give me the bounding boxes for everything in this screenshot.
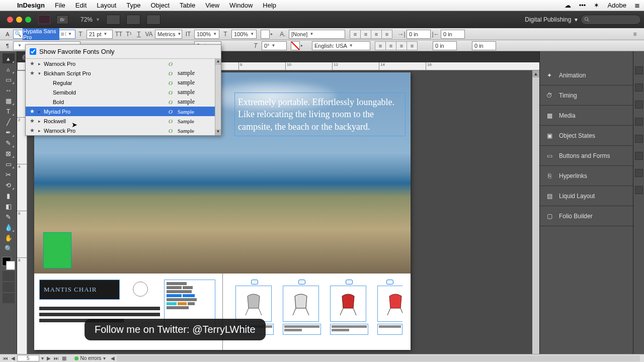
favorite-star-icon[interactable]: ★ bbox=[29, 70, 36, 76]
view-options-2[interactable] bbox=[126, 15, 140, 25]
prev-page-icon[interactable]: ◀ bbox=[10, 355, 16, 361]
dock-icon-2[interactable] bbox=[635, 83, 643, 92]
expand-arrow-icon[interactable]: ▸ bbox=[36, 61, 43, 66]
lastline-indent-input[interactable]: 0 in bbox=[472, 41, 496, 50]
panel-animation[interactable]: ✦Animation bbox=[540, 65, 633, 85]
font-family-dropdown[interactable]: Show Favorite Fonts Only ★▸Warnock ProO★… bbox=[25, 44, 221, 136]
dock-icon-7[interactable] bbox=[635, 169, 643, 177]
align-center-icon[interactable]: ≡ bbox=[360, 30, 371, 39]
note-tool[interactable]: ✎ bbox=[3, 212, 15, 222]
menu-edit[interactable]: Edit bbox=[70, 2, 92, 9]
page-number[interactable]: 5 bbox=[17, 355, 39, 361]
zoom-level[interactable]: 72% bbox=[80, 16, 93, 23]
font-row-bold[interactable]: BoldOsample bbox=[26, 97, 221, 107]
expand-arrow-icon[interactable]: ▾ bbox=[36, 71, 43, 76]
font-family-input[interactable]: 🔍 Hypatia Sans Pro ⊗ ▼ bbox=[13, 30, 75, 39]
align-left-icon[interactable]: ≡ bbox=[350, 30, 361, 39]
bridge-icon[interactable]: Br bbox=[56, 15, 68, 24]
font-size-input[interactable]: 21 pt▼ bbox=[87, 30, 113, 39]
hand-tool[interactable]: ✋ bbox=[3, 233, 15, 243]
next-page-icon[interactable]: ▶ bbox=[46, 355, 52, 361]
panel-folio-builder[interactable]: ▢Folio Builder bbox=[540, 206, 633, 226]
char-format-icon[interactable]: A bbox=[2, 30, 13, 39]
left-indent-input[interactable]: 0 in bbox=[407, 30, 431, 39]
fill-stroke-swatches[interactable] bbox=[2, 257, 15, 270]
panel-buttons-forms[interactable]: ▭Buttons and Forms bbox=[540, 146, 633, 166]
dock-icon-3[interactable] bbox=[635, 101, 643, 109]
gap-tool[interactable]: ↔ bbox=[3, 85, 15, 95]
hscale-input[interactable]: 100%▼ bbox=[231, 30, 257, 39]
mantis-title-frame[interactable]: MANTIS CHAIR bbox=[39, 280, 120, 300]
hero-text-frame[interactable]: Extremely portable. Effortlessly loungab… bbox=[234, 93, 406, 136]
page-tool[interactable]: ▭ bbox=[3, 74, 15, 84]
help-search[interactable] bbox=[581, 15, 641, 25]
menu-window[interactable]: Window bbox=[224, 2, 258, 9]
menu-view[interactable]: View bbox=[200, 2, 224, 9]
view-options-3[interactable] bbox=[146, 15, 160, 25]
preflight-status[interactable]: No errors bbox=[80, 355, 102, 361]
vscale-input[interactable]: 100%▼ bbox=[194, 30, 219, 39]
font-row-warnock-pro[interactable]: ★▸Warnock ProO bbox=[26, 59, 221, 68]
font-row-warnock-pro[interactable]: ★▸Warnock ProOSample bbox=[26, 126, 221, 135]
type-tool[interactable]: T bbox=[3, 106, 15, 116]
green-placeholder[interactable] bbox=[43, 232, 71, 268]
favorite-star-icon[interactable]: ★ bbox=[29, 127, 36, 134]
menubar-cc-icon[interactable]: ☁ bbox=[560, 2, 575, 9]
favorite-star-icon[interactable]: ★ bbox=[29, 118, 36, 124]
font-row-regular[interactable]: RegularOsample bbox=[26, 78, 221, 87]
favorite-star-icon[interactable]: ★ bbox=[29, 60, 36, 67]
align-right-icon[interactable]: ≡ bbox=[371, 30, 382, 39]
kerning-input[interactable]: Metrics▼ bbox=[155, 30, 182, 39]
page-nav[interactable]: ⏮ ◀ 5 ▾ ▶ ⏭ ▦ bbox=[2, 355, 67, 361]
font-dropdown-icon[interactable]: ▼ bbox=[65, 32, 74, 36]
clear-icon[interactable]: ⊗ bbox=[59, 31, 65, 37]
firstline-indent-input[interactable]: 0 in bbox=[433, 41, 457, 50]
screen-mode-icon[interactable] bbox=[3, 293, 15, 303]
panel-timing[interactable]: ⏱Timing bbox=[540, 85, 633, 106]
line-tool[interactable]: ╱ bbox=[3, 117, 15, 127]
font-row-semibold[interactable]: SemiboldOsample bbox=[26, 87, 221, 97]
vertical-scrollbar[interactable]: ▲ bbox=[532, 70, 539, 354]
gradient-tool[interactable]: ▮ bbox=[3, 191, 15, 201]
menubar-list-icon[interactable]: ≣ bbox=[630, 2, 644, 9]
align-buttons-2[interactable]: ≡≡≡≡ bbox=[375, 41, 418, 50]
char-style-select[interactable]: [None]▼ bbox=[289, 30, 345, 39]
menu-type[interactable]: Type bbox=[121, 2, 145, 9]
font-list[interactable]: ★▸Warnock ProO★▾Bickham Script ProOsampl… bbox=[26, 58, 221, 135]
dock-icon-8[interactable] bbox=[635, 186, 643, 194]
thumb-4[interactable] bbox=[377, 280, 403, 335]
expand-arrow-icon[interactable]: ▸ bbox=[36, 128, 43, 133]
allcaps-icon[interactable]: TT bbox=[114, 30, 124, 39]
menubar-more-icon[interactable]: ••• bbox=[575, 2, 590, 9]
menu-object[interactable]: Object bbox=[146, 2, 175, 9]
panel-menu-icon[interactable]: ≡ bbox=[630, 30, 640, 39]
window-controls[interactable] bbox=[3, 17, 35, 23]
menubar-adobe[interactable]: Adobe bbox=[603, 2, 630, 9]
workspace-switcher[interactable]: Digital Publishing ▾ bbox=[525, 16, 578, 23]
dock-icon-6[interactable] bbox=[635, 152, 643, 160]
rectangle-frame-tool[interactable]: ⊠ bbox=[3, 148, 15, 158]
open-doc-icon[interactable]: ▦ bbox=[61, 355, 67, 361]
expand-arrow-icon[interactable]: ▸ bbox=[36, 109, 43, 114]
expand-arrow-icon[interactable]: ▸ bbox=[36, 119, 43, 124]
menu-layout[interactable]: Layout bbox=[92, 2, 121, 9]
thumb-2[interactable] bbox=[283, 280, 321, 335]
content-collector-tool[interactable]: ▦ bbox=[3, 96, 15, 106]
font-list-scrollbar[interactable]: ▲▼ bbox=[215, 59, 221, 135]
selection-tool[interactable]: ▴ bbox=[3, 53, 15, 63]
menu-file[interactable]: File bbox=[50, 2, 70, 9]
free-transform-tool[interactable]: ⟲ bbox=[3, 180, 15, 190]
direct-selection-tool[interactable]: ▵ bbox=[3, 64, 15, 74]
skew-input[interactable]: 0°▼ bbox=[262, 41, 287, 50]
page-dropdown-icon[interactable]: ▾ bbox=[40, 355, 45, 361]
rectangle-tool[interactable]: ▭ bbox=[3, 159, 15, 169]
zoom-tool[interactable]: 🔍 bbox=[3, 243, 15, 253]
dock-icon-1[interactable] bbox=[635, 66, 643, 74]
apply-container-icon[interactable] bbox=[3, 271, 15, 281]
favorite-star-icon[interactable]: ★ bbox=[29, 108, 36, 115]
menu-table[interactable]: Table bbox=[175, 2, 200, 9]
thumb-3[interactable] bbox=[330, 280, 368, 335]
panel-liquid-layout[interactable]: ▤Liquid Layout bbox=[540, 186, 633, 206]
fill-swatch[interactable] bbox=[261, 30, 270, 39]
font-row-rockwell[interactable]: ★▸RockwellOSample bbox=[26, 116, 221, 126]
